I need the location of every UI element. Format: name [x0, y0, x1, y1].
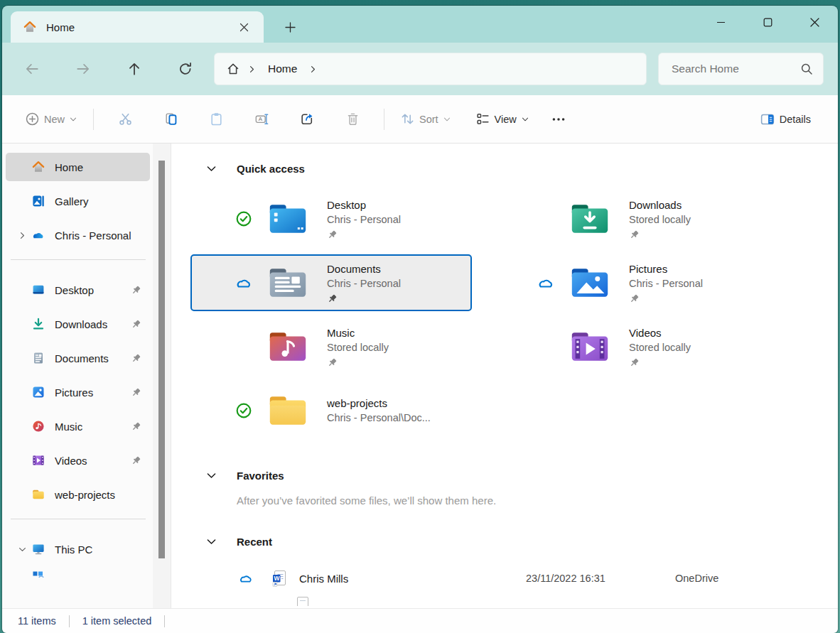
- details-label: Details: [780, 114, 811, 125]
- pin-icon: [629, 229, 640, 240]
- sidebar-item-partial[interactable]: [6, 569, 150, 578]
- share-button[interactable]: [284, 104, 330, 135]
- sidebar-scrollbar[interactable]: [153, 144, 171, 608]
- downloads-icon: [31, 317, 45, 331]
- sidebar-item-this-pc[interactable]: This PC: [6, 535, 150, 563]
- search-input[interactable]: Search Home: [658, 53, 824, 85]
- recent-file-location: OneDrive: [675, 573, 718, 584]
- collapse-chevron-icon[interactable]: [13, 545, 31, 554]
- sort-icon: [400, 112, 415, 126]
- recent-file-row[interactable]: W Chris Mills 23/11/2022 16:31 OneDrive: [171, 566, 838, 590]
- pin-icon: [131, 421, 141, 432]
- tile-downloads[interactable]: Downloads Stored locally: [492, 190, 774, 247]
- sidebar-item-documents[interactable]: Documents: [6, 344, 150, 372]
- sidebar-item-pictures[interactable]: Pictures: [6, 378, 150, 406]
- pin-icon: [629, 357, 640, 368]
- sidebar-item-web-projects[interactable]: web-projects: [6, 480, 150, 509]
- view-label: View: [495, 114, 517, 125]
- section-title: Quick access: [237, 163, 305, 175]
- tile-videos[interactable]: Videos Stored locally: [492, 318, 774, 375]
- file-explorer-window: Home: [2, 6, 838, 633]
- rename-icon: A: [254, 112, 269, 126]
- breadcrumb-home[interactable]: Home: [264, 63, 301, 75]
- view-icon: [475, 112, 490, 126]
- cloud-status-icon: [537, 274, 555, 292]
- section-title: Recent: [237, 536, 272, 548]
- sidebar-item-onedrive[interactable]: Chris - Personal: [6, 221, 150, 249]
- file-list-area: Quick access Desktop Chris - Personal: [171, 144, 838, 608]
- tab-home[interactable]: Home: [11, 11, 264, 43]
- paste-button[interactable]: [193, 104, 239, 135]
- recent-file-name: Chris Mills: [299, 573, 526, 585]
- cloud-status-icon: [235, 274, 253, 292]
- tile-desktop[interactable]: Desktop Chris - Personal: [190, 190, 472, 247]
- chevron-down-icon[interactable]: [205, 536, 218, 548]
- tile-web-projects[interactable]: web-projects Chris - Personal\Doc...: [190, 382, 472, 439]
- tab-bar: Home: [2, 6, 838, 43]
- sort-button[interactable]: Sort: [393, 104, 458, 135]
- sidebar-item-desktop[interactable]: Desktop: [6, 276, 150, 304]
- recent-file-row-partial[interactable]: [171, 596, 838, 606]
- svg-text:A: A: [258, 116, 262, 122]
- delete-button[interactable]: [330, 104, 375, 135]
- close-button[interactable]: [791, 6, 838, 38]
- sidebar-item-gallery[interactable]: Gallery: [6, 187, 150, 215]
- plus-icon: [285, 22, 296, 33]
- file-icon: [294, 596, 311, 606]
- breadcrumb[interactable]: Home: [214, 53, 647, 85]
- up-button[interactable]: [119, 53, 150, 85]
- refresh-button[interactable]: [170, 53, 201, 85]
- documents-folder-icon: [267, 266, 308, 300]
- maximize-button[interactable]: [744, 6, 791, 38]
- scrollbar-thumb[interactable]: [158, 161, 165, 558]
- new-button[interactable]: New: [18, 104, 85, 135]
- svg-text:W: W: [274, 575, 281, 582]
- expand-chevron-icon[interactable]: [13, 231, 31, 240]
- tab-title: Home: [46, 21, 75, 33]
- details-button[interactable]: Details: [753, 104, 822, 135]
- sidebar-item-music[interactable]: Music: [6, 412, 150, 440]
- section-quick-access-header[interactable]: Quick access: [171, 158, 838, 179]
- chevron-down-icon[interactable]: [205, 470, 218, 482]
- section-recent-header[interactable]: Recent: [171, 531, 838, 552]
- folder-icon: [31, 487, 45, 502]
- music-folder-icon: [267, 330, 308, 364]
- quick-access-grid: Desktop Chris - Personal Downloads Store…: [190, 190, 838, 439]
- tile-documents[interactable]: Documents Chris - Personal: [190, 254, 472, 311]
- back-icon: [24, 61, 40, 77]
- sidebar-item-downloads[interactable]: Downloads: [6, 310, 150, 338]
- pin-icon: [327, 229, 338, 240]
- pin-icon: [131, 353, 141, 364]
- gallery-icon: [31, 194, 45, 208]
- rename-button[interactable]: A: [239, 104, 284, 135]
- chevron-down-icon: [69, 115, 77, 124]
- see-more-button[interactable]: [544, 104, 574, 135]
- desktop-icon: [31, 283, 45, 297]
- forward-button[interactable]: [68, 53, 99, 85]
- downloads-folder-icon: [569, 202, 610, 236]
- section-favorites-header[interactable]: Favorites: [171, 465, 838, 486]
- cut-button[interactable]: [102, 104, 148, 135]
- sidebar-item-videos[interactable]: Videos: [6, 446, 150, 475]
- new-tab-button[interactable]: [278, 15, 302, 39]
- videos-icon: [31, 453, 45, 467]
- tile-music[interactable]: Music Stored locally: [190, 318, 472, 375]
- back-button[interactable]: [16, 53, 48, 85]
- cloud-status-icon: [238, 570, 254, 586]
- this-pc-icon: [31, 542, 45, 556]
- close-icon: [810, 18, 819, 27]
- section-title: Favorites: [237, 470, 284, 482]
- chevron-right-icon: [247, 65, 257, 74]
- view-button[interactable]: View: [468, 104, 537, 135]
- minimize-button[interactable]: [697, 6, 744, 38]
- chevron-right-icon: [308, 65, 318, 74]
- pin-icon: [131, 455, 141, 466]
- tile-pictures[interactable]: Pictures Chris - Personal: [492, 254, 774, 311]
- minimize-icon: [716, 18, 726, 27]
- videos-folder-icon: [569, 330, 610, 364]
- chevron-down-icon[interactable]: [205, 163, 218, 175]
- sidebar-item-home[interactable]: Home: [6, 153, 150, 181]
- copy-button[interactable]: [148, 104, 193, 135]
- home-icon: [23, 20, 37, 34]
- tab-close-button[interactable]: [234, 17, 254, 37]
